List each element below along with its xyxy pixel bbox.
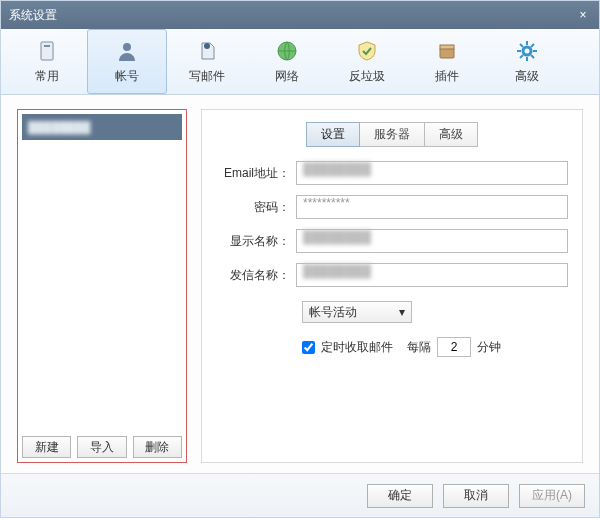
subtabs: 设置 服务器 高级 bbox=[216, 122, 568, 147]
settings-window: 系统设置 × 常用 帐号 写邮件 网络 bbox=[0, 0, 600, 518]
account-name: ████████ bbox=[28, 121, 90, 133]
account-sidebar: ████████ 新建 导入 删除 bbox=[17, 109, 187, 463]
svg-point-2 bbox=[123, 43, 131, 51]
network-icon bbox=[274, 38, 300, 64]
new-account-button[interactable]: 新建 bbox=[22, 436, 71, 458]
row-activity: 帐号活动 ▾ bbox=[302, 301, 568, 323]
row-sender: 发信名称： ████████ bbox=[216, 263, 568, 287]
svg-line-12 bbox=[520, 44, 523, 47]
displayname-input[interactable]: ████████ bbox=[296, 229, 568, 253]
import-button[interactable]: 导入 bbox=[77, 436, 126, 458]
tab-general[interactable]: 常用 bbox=[7, 29, 87, 94]
delete-button[interactable]: 删除 bbox=[133, 436, 182, 458]
tab-label: 插件 bbox=[435, 68, 459, 85]
tab-compose[interactable]: 写邮件 bbox=[167, 29, 247, 94]
tab-label: 高级 bbox=[515, 68, 539, 85]
account-list: ████████ bbox=[22, 114, 182, 432]
tab-label: 反垃圾 bbox=[349, 68, 385, 85]
row-displayname: 显示名称： ████████ bbox=[216, 229, 568, 253]
email-label: Email地址： bbox=[216, 165, 296, 182]
svg-point-3 bbox=[204, 43, 210, 49]
window-title: 系统设置 bbox=[9, 7, 575, 24]
password-input[interactable]: ********** bbox=[296, 195, 568, 219]
cancel-button[interactable]: 取消 bbox=[443, 484, 509, 508]
footer: 确定 取消 应用(A) bbox=[1, 473, 599, 517]
gear-icon bbox=[514, 38, 540, 64]
tab-network[interactable]: 网络 bbox=[247, 29, 327, 94]
row-email: Email地址： ████████ bbox=[216, 161, 568, 185]
content-area: ████████ 新建 导入 删除 设置 服务器 高级 Email地址： ███… bbox=[1, 95, 599, 473]
general-icon bbox=[34, 38, 60, 64]
interval-input[interactable] bbox=[437, 337, 471, 357]
toolbar: 常用 帐号 写邮件 网络 反垃圾 bbox=[1, 29, 599, 95]
tab-label: 常用 bbox=[35, 68, 59, 85]
tab-label: 网络 bbox=[275, 68, 299, 85]
subtab-settings[interactable]: 设置 bbox=[306, 122, 360, 147]
tab-label: 帐号 bbox=[115, 68, 139, 85]
account-detail-pane: 设置 服务器 高级 Email地址： ████████ 密码： ********… bbox=[201, 109, 583, 463]
ok-button[interactable]: 确定 bbox=[367, 484, 433, 508]
select-value: 帐号活动 bbox=[309, 304, 357, 321]
account-item[interactable]: ████████ bbox=[22, 114, 182, 140]
svg-point-7 bbox=[523, 47, 531, 55]
compose-icon bbox=[194, 38, 220, 64]
plugin-icon bbox=[434, 38, 460, 64]
svg-line-13 bbox=[531, 55, 534, 58]
interval-suffix: 分钟 bbox=[477, 339, 501, 356]
close-icon[interactable]: × bbox=[575, 8, 591, 22]
sidebar-buttons: 新建 导入 删除 bbox=[22, 432, 182, 458]
apply-button[interactable]: 应用(A) bbox=[519, 484, 585, 508]
activity-select[interactable]: 帐号活动 ▾ bbox=[302, 301, 412, 323]
chevron-down-icon: ▾ bbox=[399, 305, 405, 319]
subtab-server[interactable]: 服务器 bbox=[360, 122, 425, 147]
svg-rect-0 bbox=[41, 42, 53, 60]
interval-prefix: 每隔 bbox=[407, 339, 431, 356]
tab-advanced[interactable]: 高级 bbox=[487, 29, 567, 94]
scheduled-checkbox[interactable] bbox=[302, 341, 315, 354]
tab-label: 写邮件 bbox=[189, 68, 225, 85]
email-input[interactable]: ████████ bbox=[296, 161, 568, 185]
scheduled-label: 定时收取邮件 bbox=[321, 339, 393, 356]
sender-input[interactable]: ████████ bbox=[296, 263, 568, 287]
password-label: 密码： bbox=[216, 199, 296, 216]
row-scheduled: 定时收取邮件 每隔 分钟 bbox=[302, 337, 568, 357]
svg-rect-1 bbox=[44, 45, 50, 47]
subtab-advanced[interactable]: 高级 bbox=[425, 122, 478, 147]
row-password: 密码： ********** bbox=[216, 195, 568, 219]
tab-antispam[interactable]: 反垃圾 bbox=[327, 29, 407, 94]
account-icon bbox=[114, 38, 140, 64]
svg-rect-6 bbox=[440, 45, 454, 49]
tab-plugin[interactable]: 插件 bbox=[407, 29, 487, 94]
svg-line-15 bbox=[531, 44, 534, 47]
sender-label: 发信名称： bbox=[216, 267, 296, 284]
svg-line-14 bbox=[520, 55, 523, 58]
titlebar: 系统设置 × bbox=[1, 1, 599, 29]
displayname-label: 显示名称： bbox=[216, 233, 296, 250]
antispam-icon bbox=[354, 38, 380, 64]
tab-account[interactable]: 帐号 bbox=[87, 29, 167, 94]
